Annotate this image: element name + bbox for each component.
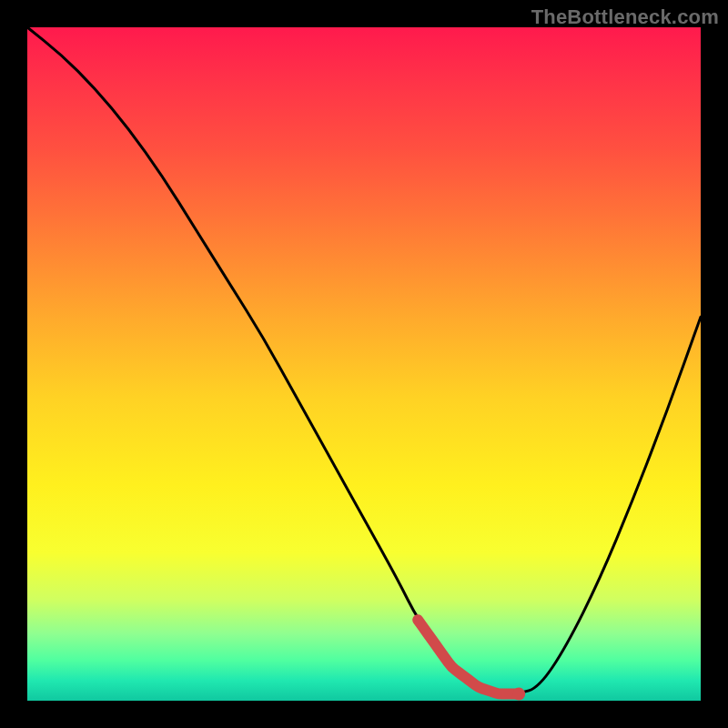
- plot-area: [27, 27, 701, 701]
- bottleneck-curve: [27, 27, 701, 694]
- watermark-text: TheBottleneck.com: [531, 5, 719, 29]
- chart-container: TheBottleneck.com: [0, 0, 728, 728]
- highlight-end-dot: [512, 688, 525, 701]
- curve-svg: [27, 27, 701, 701]
- highlight-segment: [418, 620, 519, 693]
